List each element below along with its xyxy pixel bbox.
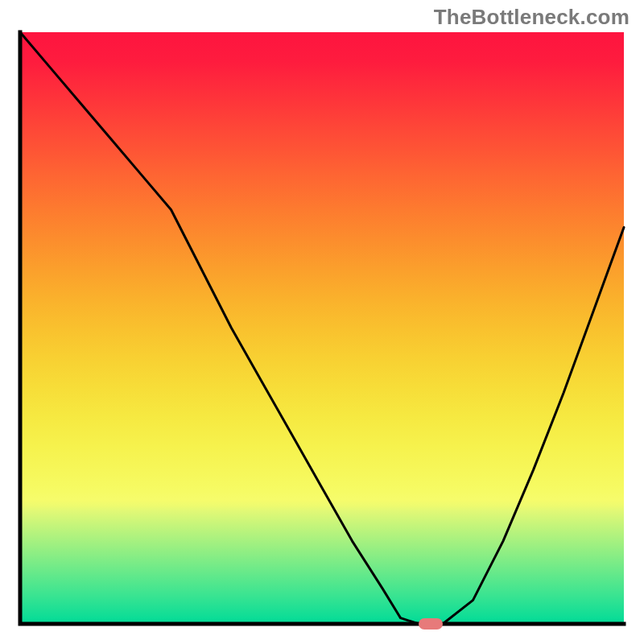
watermark-label: TheBottleneck.com [434,5,630,30]
chart-container: TheBottleneck.com [0,0,644,644]
optimal-marker [419,618,443,630]
gradient-background [20,32,624,624]
bottleneck-chart [0,0,644,644]
